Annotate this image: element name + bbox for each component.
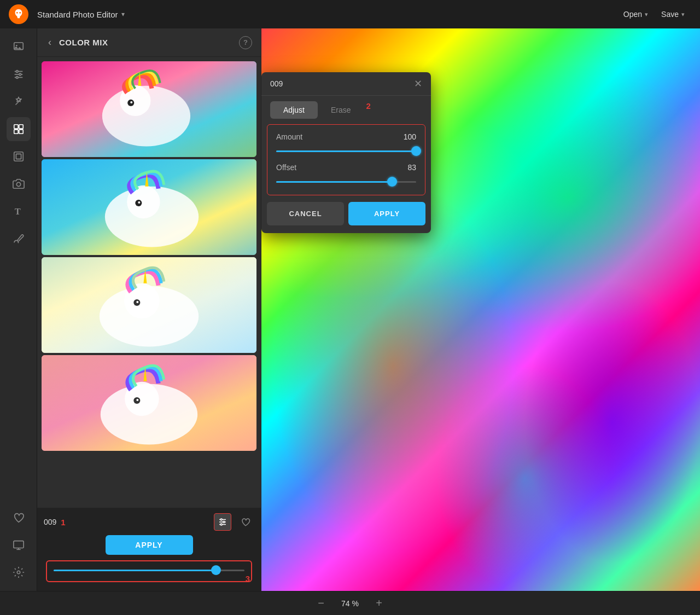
grid-icon — [13, 123, 25, 135]
filter-thumb-3[interactable] — [42, 257, 256, 353]
svg-rect-11 — [14, 125, 18, 129]
amount-slider-track — [276, 150, 416, 152]
svg-point-52 — [220, 524, 222, 525]
amount-label-row: Amount 100 — [276, 132, 416, 141]
active-filter-top: 009 1 — [44, 513, 254, 531]
svg-point-46 — [136, 399, 138, 401]
tab-adjust[interactable]: Adjust — [270, 101, 318, 119]
save-button[interactable]: Save ▾ — [655, 7, 691, 22]
sliders-icon — [218, 517, 228, 527]
icon-bar: T — [0, 28, 37, 591]
svg-point-28 — [130, 101, 132, 103]
bottom-badge-3: 3 — [246, 574, 250, 583]
text-icon-btn[interactable]: T — [7, 199, 31, 223]
offset-label-row: Offset 83 — [276, 163, 416, 172]
amount-slider-handle[interactable] — [411, 146, 421, 156]
offset-slider-track — [276, 181, 416, 183]
bottom-slider-track — [54, 570, 244, 571]
help-button[interactable]: ? — [239, 36, 252, 49]
grid-icon-btn[interactable] — [7, 117, 31, 141]
magic-icon — [13, 96, 25, 108]
svg-point-8 — [19, 73, 21, 76]
adjustments-icon — [13, 68, 25, 80]
adjustments-icon-btn[interactable] — [7, 62, 31, 86]
amount-value: 100 — [404, 132, 416, 141]
open-button[interactable]: Open ▾ — [617, 7, 655, 22]
offset-slider-container[interactable] — [276, 176, 416, 187]
camera-icon-btn[interactable] — [7, 172, 31, 196]
cancel-button[interactable]: CANCEL — [267, 202, 344, 225]
screen-icon-btn[interactable] — [7, 533, 31, 557]
dialog-apply-button[interactable]: APPLY — [348, 202, 425, 225]
bottom-slider-thumb[interactable] — [211, 565, 221, 575]
dialog-badge: 2 — [366, 101, 371, 119]
sidebar-header: ‹ COLOR MIX ? — [37, 28, 261, 57]
gallery-icon-btn[interactable] — [7, 35, 31, 59]
svg-point-50 — [220, 519, 222, 520]
filter-action-icons — [214, 513, 254, 531]
dialog-actions: CANCEL APPLY — [261, 202, 431, 233]
frame-icon-btn[interactable] — [7, 144, 31, 169]
svg-rect-12 — [19, 125, 22, 129]
dialog-filter-id: 009 — [270, 79, 283, 88]
active-filter-name: 009 — [44, 518, 56, 526]
heart-icon-btn[interactable] — [7, 506, 31, 530]
canvas-area: 009 ✕ Adjust Erase 2 Amount 100 — [261, 28, 700, 591]
app-title-text: Standard Photo Editor — [37, 10, 118, 19]
brush-icon-btn[interactable] — [7, 227, 31, 251]
bottom-slider-fill — [54, 570, 216, 571]
amount-slider-row: Amount 100 — [276, 132, 416, 156]
frame-icon — [13, 150, 25, 163]
bottom-slider-area: 3 — [44, 560, 254, 582]
svg-rect-14 — [19, 130, 22, 134]
tab-erase[interactable]: Erase — [318, 101, 364, 119]
svg-point-0 — [16, 12, 18, 14]
dialog-header: 009 ✕ — [261, 72, 431, 96]
dialog-tabs: Adjust Erase 2 — [261, 96, 431, 124]
filter-thumb-1[interactable] — [42, 61, 256, 157]
svg-point-51 — [223, 521, 225, 523]
zoom-in-button[interactable]: + — [371, 596, 387, 611]
sidebar: ‹ COLOR MIX ? — [37, 28, 261, 591]
zoom-value: 74 % — [336, 599, 364, 608]
offset-label: Offset — [276, 163, 296, 172]
svg-text:T: T — [14, 206, 20, 217]
app-title-group[interactable]: Standard Photo Editor ▾ — [37, 10, 125, 19]
filter-thumb-4[interactable] — [42, 355, 256, 451]
zoom-out-button[interactable]: − — [313, 596, 329, 611]
adjust-dialog: 009 ✕ Adjust Erase 2 Amount 100 — [261, 72, 431, 233]
svg-point-3 — [15, 45, 17, 47]
offset-value: 83 — [407, 163, 416, 172]
offset-slider-handle[interactable] — [387, 177, 397, 187]
svg-rect-15 — [14, 152, 23, 161]
back-button[interactable]: ‹ — [46, 34, 54, 50]
svg-rect-19 — [13, 541, 23, 548]
sliders-icon-btn[interactable] — [214, 513, 231, 531]
active-filter-panel: 009 1 — [37, 508, 261, 591]
svg-rect-13 — [14, 130, 18, 134]
bottom-slider-region — [46, 560, 252, 582]
svg-rect-16 — [16, 154, 21, 159]
offset-slider-row: Offset 83 — [276, 163, 416, 187]
sidebar-title: COLOR MIX — [59, 38, 108, 47]
svg-point-7 — [16, 71, 18, 73]
screen-icon — [13, 539, 25, 551]
filter-thumb-2[interactable] — [42, 159, 256, 255]
offset-slider-fill — [276, 181, 392, 183]
topbar: Standard Photo Editor ▾ Open ▾ Save ▾ — [0, 0, 700, 28]
magic-icon-btn[interactable] — [7, 90, 31, 114]
heart-fav-icon-btn[interactable] — [237, 513, 254, 531]
bottom-slider-container[interactable] — [54, 565, 244, 576]
gear-icon-btn[interactable] — [7, 560, 31, 584]
amount-slider-fill — [276, 150, 416, 152]
amount-slider-container[interactable] — [276, 146, 416, 156]
dialog-close-button[interactable]: ✕ — [414, 79, 422, 89]
zoom-bar: − 74 % + — [0, 591, 700, 615]
apply-bottom-button[interactable]: APPLY — [106, 535, 193, 555]
gear-icon — [13, 566, 25, 578]
gallery-icon — [13, 41, 25, 53]
logo-icon — [13, 8, 25, 20]
amount-label: Amount — [276, 132, 302, 141]
filter-list — [37, 57, 261, 508]
svg-point-17 — [16, 182, 20, 186]
